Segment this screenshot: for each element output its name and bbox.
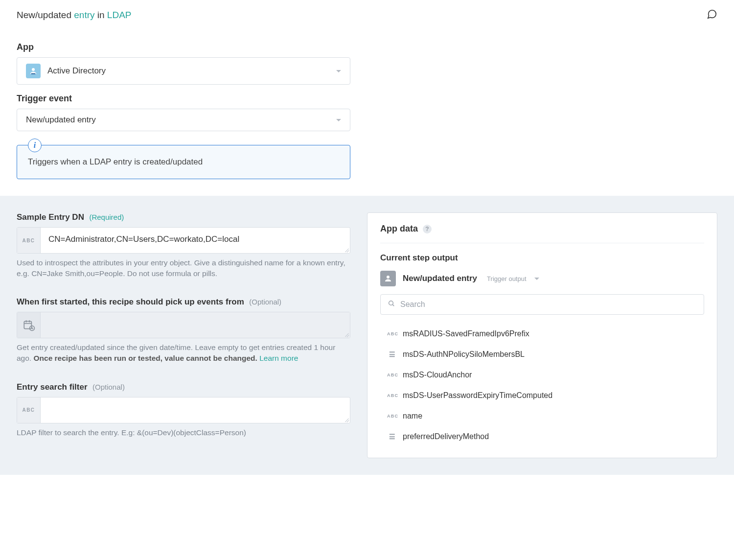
- chevron-down-icon: [534, 278, 539, 280]
- filter-optional-badge: (Optional): [92, 383, 125, 391]
- svg-rect-1: [31, 73, 36, 74]
- attribute-item[interactable]: ☰msDS-AuthNPolicySiloMembersBL: [380, 344, 704, 365]
- attribute-item[interactable]: ABCmsRADIUS-SavedFramedIpv6Prefix: [380, 324, 704, 344]
- attribute-item[interactable]: ☰preferredDeliveryMethod: [380, 426, 704, 447]
- trigger-select[interactable]: New/updated entry: [17, 109, 350, 131]
- current-step-output-title: Current step output: [380, 253, 704, 263]
- resize-grip-icon[interactable]: [343, 246, 349, 252]
- field-since: When first started, this recipe should p…: [17, 297, 350, 363]
- app-selected-value: Active Directory: [47, 66, 106, 76]
- abc-type-icon: ABC: [17, 228, 41, 253]
- title-middle: in: [95, 10, 107, 20]
- attribute-name: msDS-CloudAnchor: [403, 371, 472, 379]
- learn-more-link[interactable]: Learn more: [259, 354, 298, 362]
- trigger-selected-value: New/updated entry: [26, 115, 96, 125]
- attribute-search[interactable]: [380, 294, 704, 315]
- sample-dn-help: Used to introspect the attributes in you…: [17, 257, 350, 279]
- abc-type-icon: ABC: [17, 397, 41, 423]
- title-prefix: New/updated: [17, 10, 74, 20]
- filter-label: Entry search filter: [17, 382, 88, 392]
- attribute-item[interactable]: ABCname: [380, 406, 704, 426]
- attribute-list: ABCmsRADIUS-SavedFramedIpv6Prefix☰msDS-A…: [380, 324, 704, 447]
- since-help-bold: Once recipe has been run or tested, valu…: [33, 354, 259, 362]
- svg-point-10: [389, 301, 393, 305]
- since-input[interactable]: [41, 312, 350, 338]
- abc-type-icon: ABC: [387, 393, 397, 398]
- info-callout: i Triggers when a LDAP entry is created/…: [17, 145, 350, 179]
- attribute-name: name: [403, 412, 422, 420]
- attribute-item[interactable]: ABCmsDS-UserPasswordExpiryTimeComputed: [380, 385, 704, 406]
- info-icon: i: [28, 139, 42, 152]
- app-select[interactable]: Active Directory: [17, 57, 350, 85]
- attribute-name: preferredDeliveryMethod: [403, 432, 489, 441]
- field-sample-dn: Sample Entry DN (Required) ABC Used to i…: [17, 212, 350, 279]
- attribute-name: msRADIUS-SavedFramedIpv6Prefix: [403, 329, 529, 338]
- app-data-panel: App data ? Current step output New/updat…: [367, 212, 717, 458]
- chevron-down-icon: [336, 119, 341, 121]
- calendar-icon: [17, 312, 41, 338]
- sample-dn-input[interactable]: [41, 228, 350, 253]
- since-help: Get entry created/updated since the give…: [17, 342, 350, 363]
- info-text: Triggers when a LDAP entry is created/up…: [28, 157, 339, 167]
- since-label: When first started, this recipe should p…: [17, 297, 244, 306]
- page-title: New/updated entry in LDAP: [17, 10, 132, 21]
- attribute-item[interactable]: ABCmsDS-CloudAnchor: [380, 365, 704, 385]
- chevron-down-icon: [336, 70, 341, 72]
- filter-input[interactable]: [41, 397, 350, 423]
- output-selector[interactable]: New/updated entry Trigger output: [380, 271, 704, 286]
- active-directory-icon: [26, 64, 41, 78]
- title-ldap-link[interactable]: LDAP: [107, 10, 132, 20]
- abc-type-icon: ABC: [387, 331, 397, 336]
- abc-type-icon: ABC: [387, 373, 397, 377]
- output-sub: Trigger output: [487, 275, 526, 282]
- output-name: New/updated entry: [403, 274, 477, 283]
- help-icon[interactable]: ?: [423, 225, 432, 233]
- svg-rect-2: [24, 322, 31, 329]
- attribute-name: msDS-UserPasswordExpiryTimeComputed: [403, 391, 552, 400]
- svg-line-11: [392, 304, 394, 306]
- title-entry-link[interactable]: entry: [74, 10, 94, 20]
- ldap-output-icon: [380, 271, 396, 286]
- comment-icon[interactable]: [707, 9, 717, 22]
- since-input-wrap: [17, 312, 350, 338]
- list-type-icon: ☰: [387, 350, 397, 358]
- svg-line-8: [32, 328, 33, 329]
- since-optional-badge: (Optional): [249, 298, 281, 306]
- resize-grip-icon[interactable]: [343, 331, 349, 337]
- attribute-name: msDS-AuthNPolicySiloMembersBL: [403, 350, 525, 359]
- abc-type-icon: ABC: [387, 414, 397, 419]
- sample-dn-input-wrap: ABC: [17, 227, 350, 254]
- filter-help: LDAP filter to search the entry. E.g: &(…: [17, 427, 350, 438]
- resize-grip-icon[interactable]: [343, 416, 349, 422]
- search-icon: [388, 300, 395, 309]
- app-label: App: [17, 42, 350, 52]
- field-filter: Entry search filter (Optional) ABC LDAP …: [17, 382, 350, 438]
- trigger-label: Trigger event: [17, 93, 350, 104]
- filter-input-wrap: ABC: [17, 397, 350, 423]
- sample-dn-label: Sample Entry DN: [17, 212, 84, 222]
- list-type-icon: ☰: [387, 433, 397, 441]
- app-data-title: App data: [380, 224, 418, 234]
- attribute-search-input[interactable]: [400, 300, 697, 309]
- sample-dn-required-badge: (Required): [89, 213, 124, 221]
- svg-point-0: [32, 68, 35, 71]
- svg-point-9: [387, 276, 390, 279]
